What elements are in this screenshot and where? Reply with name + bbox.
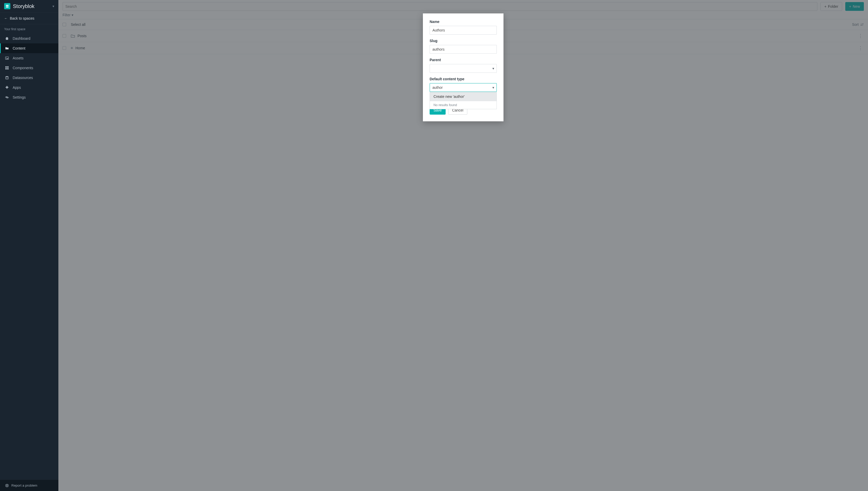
space-name-label: Your first space <box>0 24 58 34</box>
nav-label: Dashboard <box>13 36 30 40</box>
svg-point-8 <box>6 76 8 77</box>
dropdown-create-option[interactable]: Create new 'author' <box>430 92 496 101</box>
gear-icon <box>5 95 9 99</box>
sidebar-item-assets[interactable]: Assets <box>0 53 58 63</box>
nav-label: Settings <box>13 95 26 99</box>
svg-rect-2 <box>5 57 8 59</box>
nav-label: Datasources <box>13 76 33 80</box>
svg-rect-5 <box>7 66 8 68</box>
back-label: Back to spaces <box>10 16 34 20</box>
sidebar-item-datasources[interactable]: Datasources <box>0 73 58 83</box>
slug-input[interactable] <box>430 45 497 54</box>
blocks-icon <box>5 66 9 70</box>
svg-rect-4 <box>5 66 7 68</box>
slug-label: Slug <box>430 39 497 43</box>
sidebar-header[interactable]: Storyblok ▾ <box>0 0 58 12</box>
brand-logo-icon <box>4 3 10 9</box>
brand-name: Storyblok <box>13 3 52 9</box>
footer-label: Report a problem <box>11 484 37 487</box>
main: + Folder + New Filter ▾ Select all Sort <box>58 0 868 491</box>
sidebar-item-dashboard[interactable]: Dashboard <box>0 34 58 44</box>
dropdown-no-results: No results found <box>430 101 496 109</box>
puzzle-icon <box>5 86 9 89</box>
svg-rect-6 <box>5 68 7 69</box>
sidebar-item-settings[interactable]: Settings <box>0 92 58 102</box>
parent-label: Parent <box>430 58 497 62</box>
caret-down-icon[interactable]: ▾ <box>52 4 54 8</box>
content-type-label: Default content type <box>430 77 497 81</box>
parent-select[interactable] <box>430 64 497 73</box>
nav-label: Apps <box>13 85 21 90</box>
svg-point-10 <box>6 485 7 486</box>
sidebar: Storyblok ▾ ← Back to spaces Your first … <box>0 0 58 491</box>
name-input[interactable] <box>430 26 497 35</box>
svg-point-3 <box>6 57 6 58</box>
sidebar-item-components[interactable]: Components <box>0 63 58 73</box>
name-label: Name <box>430 20 497 24</box>
sidebar-item-content[interactable]: Content <box>0 44 58 53</box>
report-problem-link[interactable]: Report a problem <box>0 480 58 491</box>
back-to-spaces-link[interactable]: ← Back to spaces <box>0 12 58 24</box>
svg-rect-1 <box>6 6 8 7</box>
nav-label: Content <box>13 46 25 50</box>
create-folder-modal: Name Slug Parent ▾ Default content type … <box>423 13 504 121</box>
svg-rect-0 <box>6 5 8 6</box>
content-type-select[interactable] <box>430 83 497 92</box>
sidebar-item-apps[interactable]: Apps <box>0 83 58 92</box>
sidebar-nav: Dashboard Content Assets Components Data… <box>0 34 58 480</box>
lifebuoy-icon <box>5 484 9 487</box>
arrow-left-icon: ← <box>4 16 8 20</box>
image-icon <box>5 57 9 60</box>
folder-icon <box>5 47 9 50</box>
nav-label: Assets <box>13 56 24 60</box>
modal-overlay[interactable]: Name Slug Parent ▾ Default content type … <box>58 0 868 491</box>
database-icon <box>5 76 9 80</box>
svg-rect-7 <box>7 68 8 69</box>
home-icon <box>5 37 9 40</box>
content-type-dropdown: Create new 'author' No results found <box>430 92 497 109</box>
nav-label: Components <box>13 66 33 70</box>
